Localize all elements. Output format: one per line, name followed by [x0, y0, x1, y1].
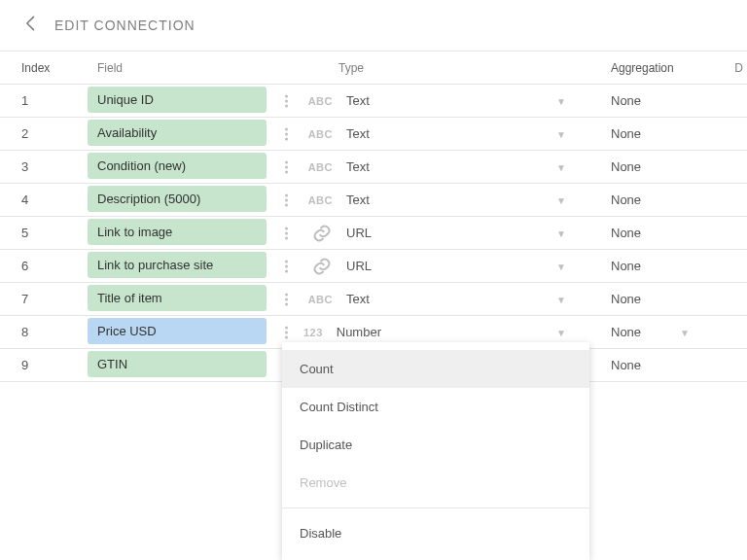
row-context-menu[interactable]: CountCount DistinctDuplicateRemoveDisabl… [282, 342, 589, 560]
menu-item-disable[interactable]: Disable [282, 514, 589, 552]
row-aggregation[interactable]: None [576, 192, 722, 207]
type-label: URL [346, 259, 381, 273]
type-text-icon: ABC [294, 161, 333, 173]
row-index: 7 [0, 292, 88, 306]
row-aggregation[interactable]: None [576, 126, 722, 141]
row-index: 8 [0, 325, 88, 339]
row-index: 1 [0, 93, 88, 108]
row-aggregation[interactable]: None [576, 226, 722, 240]
type-label: Number [337, 325, 381, 339]
chevron-down-icon[interactable]: ▼ [556, 129, 576, 140]
row-type[interactable]: ABCText [294, 192, 381, 207]
type-text-icon: ABC [294, 194, 333, 206]
page-title: EDIT CONNECTION [54, 18, 196, 33]
row-aggregation[interactable]: None [576, 259, 722, 273]
field-chip[interactable]: Price USD [88, 318, 267, 344]
row-more-icon[interactable] [285, 293, 288, 305]
type-label: Text [346, 159, 381, 174]
chevron-down-icon[interactable]: ▼ [556, 162, 576, 173]
chevron-down-icon[interactable]: ▼ [680, 328, 690, 338]
row-index: 6 [0, 259, 88, 273]
menu-item-count[interactable]: Count [282, 350, 589, 388]
type-text-icon: ABC [294, 95, 333, 107]
menu-item-count-distinct[interactable]: Count Distinct [282, 388, 589, 426]
back-arrow-icon[interactable] [21, 14, 41, 37]
row-more-icon[interactable] [285, 260, 288, 272]
chevron-down-icon[interactable]: ▼ [556, 96, 576, 107]
table-row: 2AvailabilityABCText▼None [0, 118, 747, 151]
chevron-down-icon[interactable]: ▼ [556, 262, 576, 272]
type-number-icon: 123 [294, 327, 323, 338]
row-index: 4 [0, 192, 88, 207]
chevron-down-icon[interactable]: ▼ [556, 195, 576, 206]
row-more-icon[interactable] [285, 193, 288, 206]
table-row: 5Link to imageURL▼None [0, 217, 747, 250]
type-label: Text [346, 126, 381, 141]
row-field: Description (5000) [88, 186, 294, 215]
field-chip[interactable]: Link to image [88, 219, 267, 245]
field-chip[interactable]: Availability [88, 120, 267, 146]
col-header-extra: D [722, 61, 747, 75]
row-more-icon[interactable] [285, 160, 288, 173]
type-label: Text [346, 93, 381, 108]
table-row: 6Link to purchase siteURL▼None [0, 250, 747, 283]
menu-item-duplicate[interactable]: Duplicate [282, 426, 589, 464]
type-url-icon [294, 223, 333, 244]
type-label: URL [346, 226, 381, 240]
row-more-icon[interactable] [285, 326, 288, 338]
field-chip[interactable]: Condition (new) [88, 153, 267, 179]
table-row: 4Description (5000)ABCText▼None [0, 184, 747, 217]
table-row: 1Unique IDABCText▼None [0, 85, 747, 118]
field-chip[interactable]: Title of item [88, 285, 267, 311]
row-aggregation[interactable]: None [576, 159, 722, 174]
table-row: 7Title of itemABCText▼None [0, 283, 747, 316]
row-more-icon[interactable] [285, 94, 288, 107]
field-chip[interactable]: GTIN [88, 351, 267, 377]
row-index: 3 [0, 159, 88, 174]
menu-separator [282, 508, 589, 508]
row-field: Availability [88, 120, 294, 149]
row-type[interactable]: ABCText [294, 93, 381, 108]
row-aggregation[interactable]: None [576, 292, 722, 306]
fields-table: Index Field Type Aggregation D 1Unique I… [0, 52, 747, 382]
row-type[interactable]: URL [294, 223, 381, 244]
row-index: 5 [0, 226, 88, 240]
type-text-icon: ABC [294, 128, 333, 140]
page-header: EDIT CONNECTION [0, 0, 747, 52]
row-field: Condition (new) [88, 153, 294, 182]
row-field: Link to purchase site [88, 252, 294, 281]
col-header-field: Field [88, 61, 294, 75]
col-header-type: Type [294, 61, 381, 75]
row-field: Link to image [88, 219, 294, 248]
col-header-index: Index [0, 61, 88, 75]
row-field: Title of item [88, 285, 294, 314]
row-type[interactable]: ABCText [294, 292, 381, 306]
row-type[interactable]: 123Number [294, 325, 381, 339]
field-chip[interactable]: Unique ID [88, 87, 267, 113]
row-more-icon[interactable] [285, 127, 288, 140]
col-header-aggregation: Aggregation [576, 61, 722, 75]
type-label: Text [346, 192, 381, 207]
menu-item-remove: Remove [282, 464, 589, 502]
row-index: 2 [0, 126, 88, 141]
table-header: Index Field Type Aggregation D [0, 52, 747, 85]
row-type[interactable]: URL [294, 256, 381, 277]
field-chip[interactable]: Description (5000) [88, 186, 267, 212]
type-url-icon [294, 256, 333, 277]
row-type[interactable]: ABCText [294, 126, 381, 141]
row-index: 9 [0, 358, 88, 372]
field-chip[interactable]: Link to purchase site [88, 252, 267, 278]
row-aggregation[interactable]: None▼ [576, 325, 722, 339]
chevron-down-icon[interactable]: ▼ [556, 228, 576, 239]
row-aggregation[interactable]: None [576, 93, 722, 108]
row-field: GTIN [88, 351, 294, 380]
chevron-down-icon[interactable]: ▼ [556, 295, 576, 305]
type-text-icon: ABC [294, 294, 333, 305]
row-aggregation[interactable]: None [576, 358, 722, 372]
row-type[interactable]: ABCText [294, 159, 381, 174]
row-more-icon[interactable] [285, 227, 288, 239]
type-label: Text [346, 292, 381, 306]
chevron-down-icon[interactable]: ▼ [556, 328, 576, 338]
table-row: 3Condition (new)ABCText▼None [0, 151, 747, 184]
row-field: Price USD [88, 318, 294, 347]
